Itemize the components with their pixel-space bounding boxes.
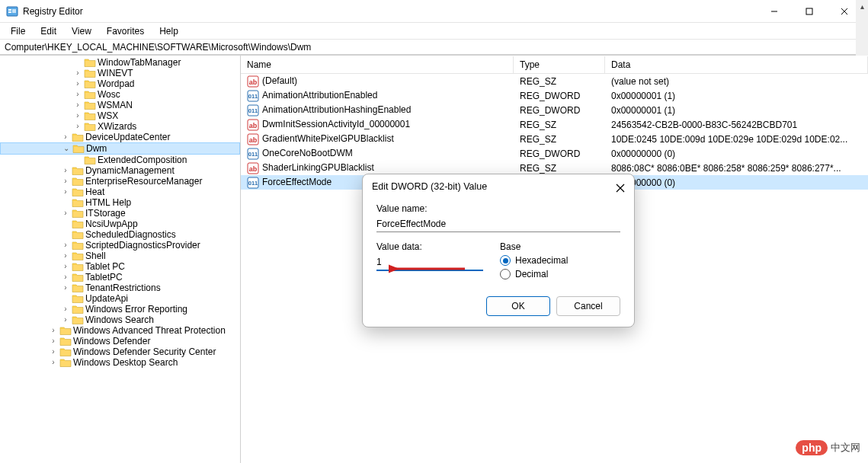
value-data: (value not set) <box>607 76 868 87</box>
tree-item[interactable]: ›DeviceUpdateCenter <box>0 132 240 142</box>
value-name-label: Value name: <box>376 203 620 214</box>
chevron-down-icon[interactable]: ⌄ <box>62 144 71 153</box>
tree-item[interactable]: ›Wosc <box>0 89 240 100</box>
svg-text:ab: ab <box>249 136 258 144</box>
tree-item[interactable]: ·HTML Help <box>0 197 240 208</box>
list-row[interactable]: abGradientWhitePixelGPUBlacklistREG_SZ10… <box>241 132 868 146</box>
list-row[interactable]: 011AnimationAttributionHashingEnabledREG… <box>241 103 868 117</box>
address-path[interactable]: Computer\HKEY_LOCAL_MACHINE\SOFTWARE\Mic… <box>5 42 311 53</box>
chevron-right-icon[interactable]: › <box>61 166 70 175</box>
tree-item[interactable]: ›Shell <box>0 251 240 261</box>
tree-item-label: ExtendedComposition <box>98 155 187 165</box>
value-data: 0x00000001 (1) <box>607 91 868 101</box>
tree-item[interactable]: ›Wordpad <box>0 78 240 89</box>
menu-favorites[interactable]: Favorites <box>101 24 150 38</box>
folder-icon <box>72 293 84 304</box>
tree-item-label: Windows Defender <box>73 336 150 346</box>
value-data-input[interactable] <box>376 255 483 271</box>
tree-item[interactable]: ›WSMAN <box>0 100 240 110</box>
menu-file[interactable]: File <box>5 24 31 38</box>
chevron-right-icon[interactable]: › <box>73 79 82 88</box>
tree-item[interactable]: ›Tablet PC <box>0 261 240 272</box>
radio-hexadecimal[interactable]: Hexadecimal <box>500 255 620 266</box>
chevron-right-icon[interactable]: › <box>49 326 58 335</box>
tree-item[interactable]: ›ScriptedDiagnosticsProvider <box>0 240 240 251</box>
value-name-input[interactable] <box>376 217 620 232</box>
folder-icon <box>72 283 84 293</box>
chevron-right-icon[interactable]: › <box>61 305 70 314</box>
chevron-right-icon[interactable]: › <box>61 133 70 142</box>
chevron-right-icon[interactable]: › <box>73 101 82 110</box>
tree-item[interactable]: ›Windows Desktop Search <box>0 357 240 368</box>
menu-view[interactable]: View <box>66 24 98 38</box>
value-data: 0x00000000 (0) <box>607 177 868 188</box>
tree-item[interactable]: ›Windows Defender <box>0 336 240 346</box>
svg-rect-3 <box>12 9 16 13</box>
chevron-right-icon[interactable]: › <box>61 315 70 324</box>
column-type[interactable]: Type <box>514 56 605 73</box>
window-maximize-button[interactable] <box>792 0 827 22</box>
chevron-right-icon[interactable]: › <box>73 69 82 78</box>
tree-item[interactable]: ·UpdateApi <box>0 293 240 304</box>
chevron-right-icon[interactable]: › <box>61 273 70 282</box>
tree-item[interactable]: ›Windows Error Reporting <box>0 304 240 315</box>
chevron-right-icon[interactable]: › <box>61 262 70 271</box>
tree-item[interactable]: ›WINEVT <box>0 68 240 78</box>
chevron-right-icon[interactable]: › <box>61 177 70 186</box>
folder-icon <box>72 304 84 315</box>
tree-item[interactable]: ·ExtendedComposition <box>0 155 240 165</box>
tree-item[interactable]: ⌄Dwm <box>0 142 240 155</box>
tree-item[interactable]: ›TabletPC <box>0 272 240 283</box>
watermark: php 中文网 <box>796 440 860 455</box>
chevron-right-icon[interactable]: › <box>73 111 82 120</box>
chevron-right-icon[interactable]: › <box>73 90 82 99</box>
chevron-right-icon[interactable]: › <box>49 347 58 356</box>
chevron-right-icon[interactable]: › <box>73 122 82 131</box>
tree-item[interactable]: ›Windows Advanced Threat Protection <box>0 325 240 336</box>
chevron-right-icon[interactable]: › <box>49 358 58 367</box>
menu-edit[interactable]: Edit <box>34 24 62 38</box>
list-row[interactable]: 011AnimationAttributionEnabledREG_DWORD0… <box>241 88 868 103</box>
list-row[interactable]: ab(Default)REG_SZ(value not set) <box>241 74 868 88</box>
tree-item[interactable]: ›Windows Defender Security Center <box>0 346 240 357</box>
tree-pane[interactable]: ·WindowTabManager›WINEVT›Wordpad›Wosc›WS… <box>0 56 241 463</box>
value-data: 10DE:0245 10DE:009d 10DE:029e 10DE:029d … <box>607 134 868 145</box>
tree-item[interactable]: ›ITStorage <box>0 208 240 219</box>
tree-item[interactable]: ·NcsiUwpApp <box>0 219 240 229</box>
window-minimize-button[interactable] <box>757 0 792 22</box>
tree-item[interactable]: ›XWizards <box>0 121 240 132</box>
column-data[interactable]: Data <box>605 56 868 73</box>
column-name[interactable]: Name <box>241 56 514 73</box>
chevron-right-icon[interactable]: › <box>61 283 70 292</box>
value-data: 0x00000001 (1) <box>607 105 868 116</box>
string-value-icon: ab <box>247 75 259 88</box>
dialog-close-button[interactable] <box>611 179 629 197</box>
tree-item[interactable]: ·WindowTabManager <box>0 57 240 68</box>
tree-item[interactable]: ›TenantRestrictions <box>0 283 240 293</box>
tree-item[interactable]: ·ScheduledDiagnostics <box>0 229 240 240</box>
tree-item-label: XWizards <box>98 121 136 132</box>
folder-icon <box>84 68 96 78</box>
tree-item[interactable]: ›Heat <box>0 187 240 197</box>
ok-button[interactable]: OK <box>486 296 550 316</box>
dword-value-icon: 011 <box>247 104 259 117</box>
chevron-right-icon[interactable]: › <box>61 251 70 260</box>
radio-decimal[interactable]: Decimal <box>500 269 620 279</box>
chevron-right-icon[interactable]: › <box>61 187 70 196</box>
tree-item[interactable]: ›Windows Search <box>0 315 240 325</box>
addressbar[interactable]: Computer\HKEY_LOCAL_MACHINE\SOFTWARE\Mic… <box>0 40 868 55</box>
tree-item[interactable]: ›DynamicManagement <box>0 165 240 176</box>
tree-item[interactable]: ›WSX <box>0 110 240 121</box>
tree-item-label: NcsiUwpApp <box>85 219 138 229</box>
tree-item-label: Tablet PC <box>85 261 125 272</box>
cancel-button[interactable]: Cancel <box>556 296 620 316</box>
value-type: REG_SZ <box>515 120 607 130</box>
tree-item[interactable]: ›EnterpriseResourceManager <box>0 176 240 187</box>
menu-help[interactable]: Help <box>153 24 184 38</box>
list-row[interactable]: abDwmInitSessionActivityId_00000001REG_S… <box>241 117 868 132</box>
chevron-right-icon[interactable]: › <box>61 209 70 218</box>
chevron-right-icon[interactable]: › <box>49 337 58 346</box>
chevron-right-icon[interactable]: › <box>61 241 70 250</box>
list-row[interactable]: 011OneCoreNoBootDWMREG_DWORD0x00000000 (… <box>241 146 868 161</box>
folder-icon <box>72 261 84 272</box>
